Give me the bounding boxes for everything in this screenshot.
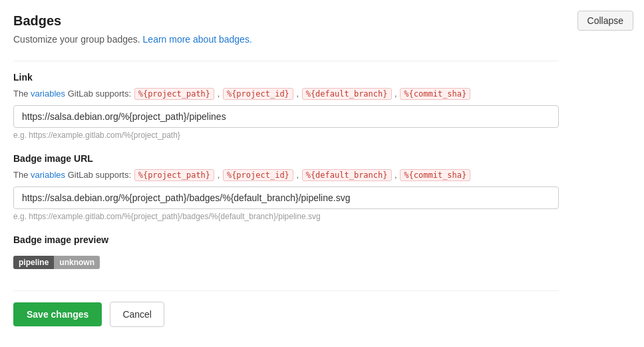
link-variables-line: The variables GitLab supports: %{project…: [13, 88, 559, 100]
subtitle-text: Customize your group badges.: [13, 34, 140, 45]
var-default-branch: %{default_branch}: [302, 88, 392, 100]
actions-bar: Save changes Cancel: [13, 290, 559, 327]
badge-variables-link[interactable]: variables: [31, 170, 65, 180]
badge-image-url-section: Badge image URL The variables GitLab sup…: [13, 153, 559, 221]
save-changes-button[interactable]: Save changes: [13, 302, 102, 326]
badge-variables-suffix: GitLab supports:: [68, 170, 134, 180]
var-project-id: %{project_id}: [223, 88, 293, 100]
page-title: Badges: [13, 13, 559, 29]
badge-variables-prefix: The: [13, 170, 28, 180]
badge-image-url-input[interactable]: [13, 186, 559, 209]
badge-right-text: unknown: [54, 256, 100, 269]
var-project-path: %{project_path}: [134, 88, 214, 100]
section-divider: [13, 61, 559, 61]
link-section: Link The variables GitLab supports: %{pr…: [13, 72, 559, 140]
cancel-button[interactable]: Cancel: [110, 302, 164, 327]
link-input[interactable]: [13, 105, 559, 128]
collapse-button[interactable]: Collapse: [577, 11, 633, 31]
badge-image-url-hint: e.g. https://example.gitlab.com/%{projec…: [13, 212, 559, 221]
badge-var-project-path: %{project_path}: [134, 169, 214, 181]
badge-preview: pipeline unknown: [13, 256, 100, 269]
page-subtitle: Customize your group badges. Learn more …: [13, 34, 559, 45]
badge-preview-section: Badge image preview pipeline unknown: [13, 234, 559, 269]
badge-preview-label: Badge image preview: [13, 234, 559, 245]
variables-prefix: The: [13, 89, 28, 99]
link-section-label: Link: [13, 72, 559, 83]
badge-var-commit-sha: %{commit_sha}: [400, 169, 470, 181]
badge-var-project-id: %{project_id}: [223, 169, 293, 181]
badge-image-variables-line: The variables GitLab supports: %{project…: [13, 169, 559, 181]
badge-var-default-branch: %{default_branch}: [302, 169, 392, 181]
badge-left-text: pipeline: [13, 256, 54, 269]
learn-more-link[interactable]: Learn more about badges.: [143, 34, 252, 45]
link-input-hint: e.g. https://example.gitlab.com/%{projec…: [13, 131, 559, 140]
variables-suffix: GitLab supports:: [68, 89, 134, 99]
variables-link[interactable]: variables: [31, 89, 65, 99]
var-commit-sha: %{commit_sha}: [400, 88, 470, 100]
badge-image-url-label: Badge image URL: [13, 153, 559, 164]
